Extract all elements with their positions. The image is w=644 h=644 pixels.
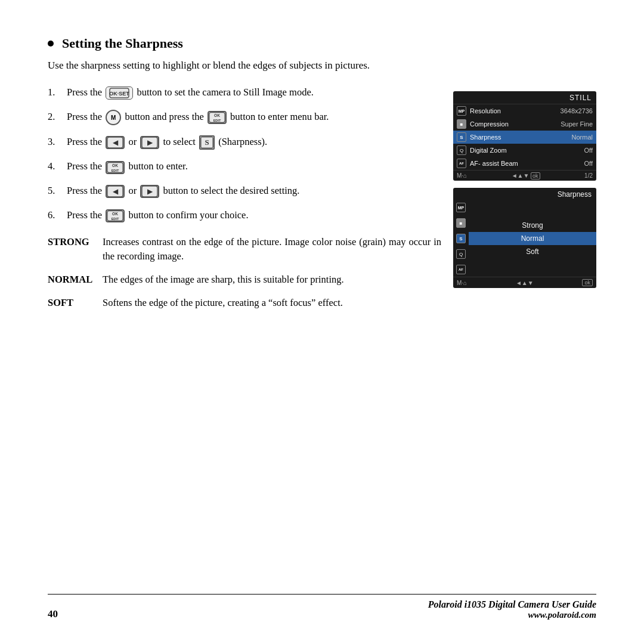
svg-text:S: S [205,138,209,147]
step-5: 5. Press the ◀ or [48,184,441,199]
sharpness-icon-4: Q [456,249,466,259]
sharpness-row-value: Normal [572,134,593,141]
step-4-text: Press the OK EDIT button to enter. [67,159,441,174]
svg-text:◀: ◀ [113,187,119,196]
sharpness-icon-1: MP [456,203,466,212]
page-number: 40 [48,608,58,620]
resolution-icon: MP [457,106,466,116]
left-arrow2-button-icon: ◀ [106,185,125,198]
sharpness-side-layout: MP ■ S Q AF Strong Normal Soft [453,200,596,277]
resolution-value: 3648x2736 [561,107,593,114]
af-assist-row: AF AF- assist Beam Off [453,157,596,170]
svg-text:OK: OK [112,163,118,168]
af-assist-value: Off [584,160,593,167]
soft-term: SOFT [48,296,95,311]
ok-button-step4-icon: OK EDIT [106,161,125,174]
steps-list: 1. Press the OK·SET button to set the ca… [48,85,441,222]
content-area: 1. Press the OK·SET button to set the ca… [48,85,596,594]
set-button-icon: OK·SET [106,86,133,100]
step-1-number: 1. [48,85,62,100]
normal-term: NORMAL [48,273,95,287]
intro-paragraph: Use the sharpness setting to highlight o… [48,57,596,73]
strong-option: Strong [469,219,596,232]
svg-text:EDIT: EDIT [213,119,221,122]
footer-right-section: Polaroid i1035 Digital Camera User Guide… [428,599,596,620]
right-arrow-button-icon: ▶ [140,136,159,149]
digital-zoom-value: Off [584,147,593,154]
sharpness-icon-3: S [456,234,466,243]
step-2-number: 2. [48,110,62,125]
footer-title: Polaroid i1035 Digital Camera User Guide [428,599,596,610]
screens-column: STILL MP Resolution 3648x2736 ■ Compress… [453,91,596,594]
normal-description: NORMAL The edges of the image are sharp,… [48,273,441,287]
sharpness-row-label: Sharpness [470,134,568,141]
soft-definition: Softens the edge of the picture, creatin… [103,296,441,311]
step-6-text: Press the OK EDIT button to confirm your… [67,208,441,223]
digital-zoom-label: Digital Zoom [470,147,581,154]
step-5-text: Press the ◀ or ▶ [67,184,441,199]
still-menu-screen: STILL MP Resolution 3648x2736 ■ Compress… [453,91,596,181]
digital-zoom-row: Q Digital Zoom Off [453,144,596,157]
sharpness-footer-nav: ◄▲▼ [516,280,534,286]
right-arrow2-button-icon: ▶ [140,185,159,198]
step-1-text: Press the OK·SET button to set the camer… [67,85,441,100]
still-footer-nav: ◄▲▼ ok [512,172,540,179]
step-6: 6. Press the OK EDIT button to confirm y… [48,208,441,223]
page: Setting the Sharpness Use the sharpness … [0,0,644,644]
compression-value: Super Fine [561,120,593,128]
sharpness-screen-header: Sharpness [453,188,596,200]
footer-url: www.polaroid.com [428,610,596,620]
compression-icon: ■ [457,119,466,129]
sharpness-footer-left: M·⌂ [457,280,467,286]
svg-text:▶: ▶ [147,187,153,196]
svg-text:▶: ▶ [147,138,153,147]
step-3: 3. Press the ◀ or [48,135,441,150]
normal-definition: The edges of the image are sharp, this i… [103,273,441,287]
svg-text:◀: ◀ [113,138,119,147]
digital-zoom-icon: Q [457,145,466,155]
step-4-number: 4. [48,159,62,174]
sharpness-menu-screen: Sharpness MP ■ S Q AF Strong Normal Soft [453,188,596,288]
sharpness-options-list: Strong Normal Soft [469,200,596,277]
sharpness-screen-footer: M·⌂ ◄▲▼ ok [453,277,596,288]
sharpness-icon-5: AF [456,265,466,274]
ok-edit-button-icon: OK EDIT [208,111,227,124]
section-title: Setting the Sharpness [48,36,596,51]
page-footer: 40 Polaroid i1035 Digital Camera User Gu… [48,594,596,620]
strong-term: STRONG [48,235,95,265]
step-4: 4. Press the OK EDIT button to enter. [48,159,441,174]
svg-text:OK: OK [214,113,220,117]
step-3-text: Press the ◀ or ▶ [67,135,441,150]
left-arrow-button-icon: ◀ [106,136,125,149]
svg-text:OK·SET: OK·SET [109,91,129,97]
descriptions-section: STRONG Increases contrast on the edge of… [48,235,441,311]
strong-definition: Increases contrast on the edge of the pi… [103,235,441,265]
resolution-row: MP Resolution 3648x2736 [453,104,596,117]
normal-option: Normal [469,232,596,245]
soft-option: Soft [469,245,596,258]
bullet-icon [48,41,54,47]
step-1: 1. Press the OK·SET button to set the ca… [48,85,441,100]
ok-button-step6-icon: OK EDIT [106,209,125,222]
m-button-icon: M [106,110,121,125]
sharpness-row-icon: S [457,132,466,142]
sharpness-select-icon: S [199,135,215,150]
compression-row: ■ Compression Super Fine [453,117,596,131]
af-assist-icon: AF [457,159,466,168]
strong-description: STRONG Increases contrast on the edge of… [48,235,441,265]
af-assist-label: AF- assist Beam [470,160,581,167]
section-title-text: Setting the Sharpness [62,36,183,51]
svg-text:OK: OK [112,212,118,216]
resolution-label: Resolution [470,107,557,114]
svg-text:EDIT: EDIT [112,217,119,221]
step-6-number: 6. [48,208,62,223]
sharpness-icon-2: ■ [456,218,466,228]
soft-description: SOFT Softens the edge of the picture, cr… [48,296,441,311]
svg-text:EDIT: EDIT [112,168,119,172]
sharpness-footer-ok: ok [582,279,593,286]
still-screen-footer: M·⌂ ◄▲▼ ok 1/2 [453,170,596,181]
step-2: 2. Press the M button and press the OK E… [48,110,441,125]
still-footer-left: M·⌂ [457,172,467,179]
step-2-text: Press the M button and press the OK EDIT… [67,110,441,125]
sharpness-row: S Sharpness Normal [453,131,596,144]
